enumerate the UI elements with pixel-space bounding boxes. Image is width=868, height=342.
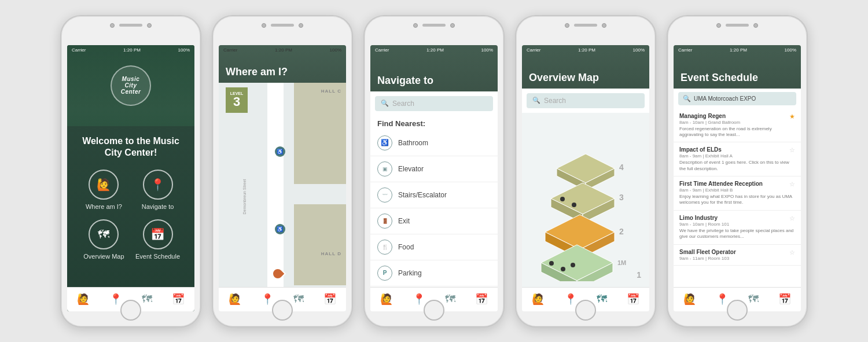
nav-where-5[interactable]: 🙋: [683, 293, 696, 306]
event-small-fleet[interactable]: Small Fleet Operator 9am - 11am | Room 1…: [674, 245, 801, 266]
event-4-desc: We have the privilege to take people spe…: [679, 228, 795, 240]
event-4-title: Limo Industry: [679, 215, 795, 221]
event-1-meta: 8am - 10am | Grand Ballroom: [679, 120, 795, 125]
hall-c-label: HALL C: [321, 89, 341, 94]
navigate-to-label: Navigate to: [142, 203, 174, 210]
carrier-3: Carrier: [375, 47, 389, 53]
welcome-grid: 🙋 Where am I? 📍 Navigate to 🗺 Overview M…: [70, 170, 192, 260]
nav-where-2[interactable]: 🙋: [229, 293, 241, 306]
find-item-exit[interactable]: 🚪 Exit: [370, 208, 498, 234]
phone-speaker-3: [422, 24, 446, 27]
navigate-search[interactable]: 🔍 Search: [375, 96, 493, 111]
status-bar-4: Carrier 1:20 PM 100%: [522, 45, 649, 56]
event-2-star[interactable]: ☆: [789, 146, 795, 154]
nav-navigate-4[interactable]: 📍: [564, 293, 577, 306]
isometric-map: 4 3: [531, 142, 641, 281]
svg-text:4: 4: [619, 163, 624, 172]
nav-navigate-3[interactable]: 📍: [413, 293, 425, 306]
find-item-bathroom[interactable]: ♿ Bathroom: [370, 130, 498, 156]
phone-4-overview: Carrier 1:20 PM 100% Overview Map 🔍 Sear…: [515, 15, 656, 328]
time-3: 1:20 PM: [426, 47, 444, 53]
event-3-star[interactable]: ☆: [789, 181, 795, 188]
event-impact-elds[interactable]: Impact of ELDs 8am - 9am | Exhibit Hall …: [674, 142, 801, 176]
phone-camera-2: [262, 23, 266, 28]
nav-map-5[interactable]: 🗺: [748, 293, 759, 306]
phone-home-btn-3[interactable]: [424, 300, 444, 321]
phone-speaker-1: [119, 24, 142, 27]
event-2-meta: 8am - 9am | Exhibit Hall A: [679, 153, 795, 159]
event-1-desc: Forced regeneration on the road is extre…: [679, 126, 795, 138]
nav-schedule-4[interactable]: 📅: [627, 293, 639, 306]
nav-schedule-5[interactable]: 📅: [778, 293, 791, 306]
where-screen: Carrier 1:20 PM 100% Where am I? LEVEL 3: [219, 45, 346, 311]
events-screen: Carrier 1:20 PM 100% Event Schedule 🔍 UM…: [674, 45, 801, 311]
find-item-parking[interactable]: P Parking: [370, 260, 498, 286]
time-1: 1:20 PM: [123, 47, 141, 53]
welcome-hero: MusicCityCenter: [67, 45, 194, 126]
phone-top-bar-1: [61, 23, 200, 28]
nav-schedule-2[interactable]: 📅: [323, 293, 336, 306]
parking-icon: P: [377, 266, 392, 281]
nav-map-4[interactable]: 🗺: [597, 293, 607, 306]
search-placeholder-4: Search: [544, 97, 566, 105]
nav-schedule-1[interactable]: 📅: [172, 293, 185, 306]
phone-home-btn-5[interactable]: [727, 300, 748, 321]
navigate-to-btn[interactable]: 📍 Navigate to: [135, 170, 180, 210]
find-item-elevator[interactable]: ▣ Elevator: [370, 156, 498, 182]
wc-icon-2: ♿: [275, 224, 285, 234]
svg-point-8: [560, 197, 565, 201]
event-schedule-btn[interactable]: 📅 Event Schedule: [135, 219, 180, 260]
logo: MusicCityCenter: [111, 65, 151, 106]
event-first-attendee[interactable]: First Time Attendee Reception 8am - 9am …: [674, 176, 801, 211]
status-bar-1: Carrier 1:20 PM 100%: [67, 45, 194, 56]
event-5-star[interactable]: ☆: [789, 249, 795, 256]
phone-camera-4: [565, 23, 569, 28]
nav-map-1[interactable]: 🗺: [142, 293, 152, 306]
events-search-value: UMA Motorcoach EXPO: [694, 95, 756, 102]
phone-1-screen-area: Carrier 1:20 PM 100% MusicCityCenter Wel…: [67, 45, 194, 311]
nav-navigate-2[interactable]: 📍: [261, 293, 274, 306]
battery-5: 100%: [785, 47, 796, 53]
nav-map-3[interactable]: 🗺: [445, 293, 455, 306]
nav-map-2[interactable]: 🗺: [293, 293, 304, 306]
event-2-title: Impact of ELDs: [679, 146, 795, 153]
level-badge: LEVEL 3: [226, 87, 248, 113]
phone-home-btn-2[interactable]: [272, 300, 293, 321]
phone-home-btn-4[interactable]: [575, 300, 596, 321]
overview-search[interactable]: 🔍 Search: [527, 93, 645, 108]
navigate-to-icon: 📍: [143, 170, 173, 200]
phone-camera-1: [110, 23, 115, 28]
phone-speaker-4: [574, 24, 597, 27]
find-item-food[interactable]: 🍴 Food: [370, 234, 498, 260]
status-bar-2: Carrier 1:20 PM 100%: [219, 45, 346, 56]
nav-where-3[interactable]: 🙋: [380, 293, 393, 306]
elevator-label: Elevator: [398, 165, 424, 173]
nav-where-4[interactable]: 🙋: [532, 293, 545, 306]
event-1-star[interactable]: ★: [789, 113, 795, 120]
battery-3: 100%: [481, 47, 493, 53]
elevator-icon: ▣: [377, 161, 392, 176]
nav-navigate-1[interactable]: 📍: [109, 293, 122, 306]
event-limo-industry[interactable]: Limo Industry 9am - 10am | Room 101 We h…: [674, 211, 801, 245]
where-am-i-btn[interactable]: 🙋 Where am I?: [82, 170, 126, 210]
phone-camera-5b: [753, 23, 758, 28]
phone-camera-2b: [299, 23, 303, 28]
search-placeholder-3: Search: [392, 100, 414, 108]
exit-label: Exit: [398, 217, 410, 225]
svg-point-18: [549, 261, 554, 266]
find-item-stairs[interactable]: 〰 Stairs/Escalator: [370, 182, 498, 208]
nav-navigate-5[interactable]: 📍: [716, 293, 729, 306]
event-4-star[interactable]: ☆: [789, 215, 795, 222]
parking-label: Parking: [398, 269, 422, 277]
overview-map-btn[interactable]: 🗺 Overview Map: [82, 219, 126, 260]
hall-d: HALL D: [294, 204, 346, 285]
event-2-desc: Description of event 1 goes here. Click …: [679, 160, 795, 172]
event-managing-regen[interactable]: Managing Regen 8am - 10am | Grand Ballro…: [674, 109, 801, 143]
carrier-5: Carrier: [678, 47, 692, 53]
phone-home-btn-1[interactable]: [120, 300, 141, 321]
phones-container: Carrier 1:20 PM 100% MusicCityCenter Wel…: [49, 3, 819, 339]
nav-schedule-3[interactable]: 📅: [475, 293, 488, 306]
events-search-bar[interactable]: 🔍 UMA Motorcoach EXPO: [678, 92, 796, 105]
where-title: Where am I?: [226, 66, 288, 78]
nav-where-1[interactable]: 🙋: [77, 293, 90, 306]
